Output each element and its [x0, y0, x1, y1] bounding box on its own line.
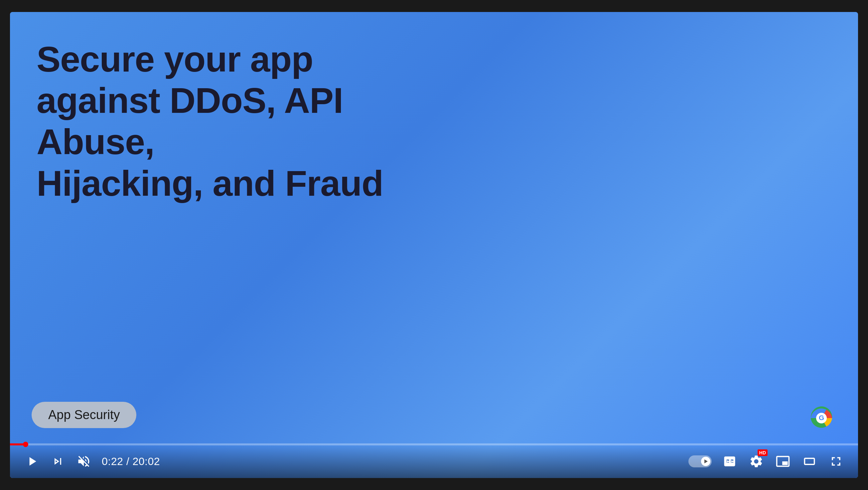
svg-text:G: G [819, 414, 824, 422]
controls-bar: 0:22 / 20:02 [10, 445, 858, 478]
autoplay-track[interactable] [688, 455, 712, 467]
video-title: Secure your app against DDoS, API Abuse,… [37, 39, 436, 204]
autoplay-toggle[interactable] [688, 455, 712, 467]
hd-badge: HD [757, 450, 768, 456]
video-player[interactable]: Secure your app against DDoS, API Abuse,… [10, 12, 858, 478]
play-button[interactable] [23, 453, 40, 470]
time-display: 0:22 / 20:02 [102, 455, 160, 468]
subtitles-button[interactable] [721, 453, 738, 470]
miniplayer-button[interactable] [774, 453, 792, 470]
right-controls: HD [688, 453, 845, 470]
next-button[interactable] [50, 453, 66, 469]
autoplay-play-icon [704, 459, 708, 463]
autoplay-knob [701, 457, 710, 466]
mute-button[interactable] [75, 453, 92, 470]
fullscreen-button[interactable] [828, 453, 845, 470]
google-logo: G [808, 405, 838, 435]
chapter-badge[interactable]: App Security [32, 402, 136, 428]
theater-mode-button[interactable] [801, 453, 818, 470]
settings-wrapper: HD [748, 453, 765, 470]
